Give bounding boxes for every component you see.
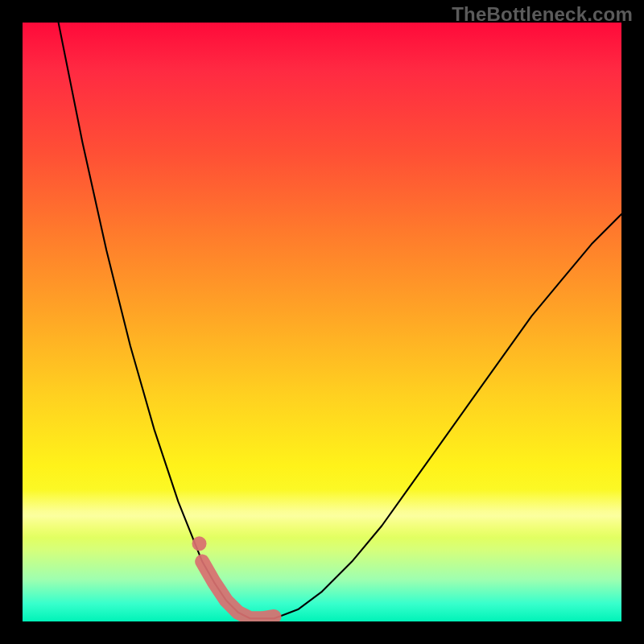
optimal-range-marker [202,562,274,619]
bottleneck-curve [59,23,621,618]
plot-area [23,23,621,621]
curve-svg [23,23,621,621]
highlight-dot [192,536,207,551]
chart-frame: TheBottleneck.com [0,0,644,644]
